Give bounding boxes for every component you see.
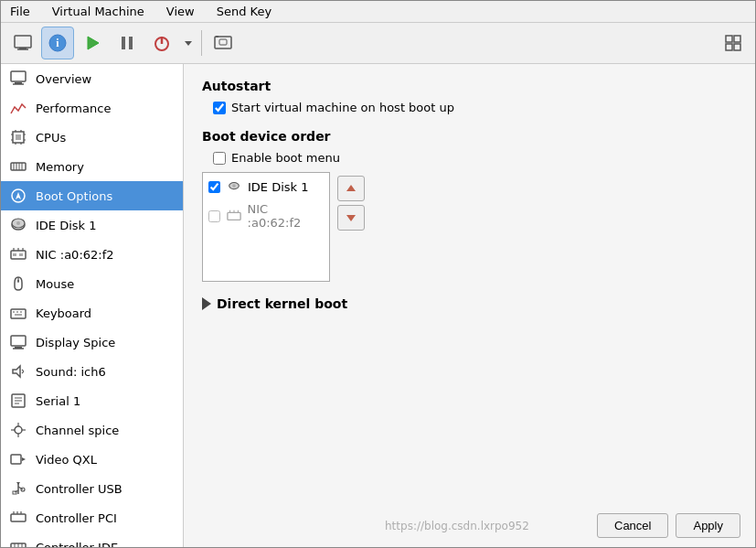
cpu-icon — [8, 127, 28, 147]
svg-rect-31 — [11, 163, 26, 170]
boot-nic-icon — [226, 208, 242, 224]
sidebar-label-serial-1: Serial 1 — [36, 394, 80, 408]
svg-rect-22 — [16, 134, 21, 140]
enable-boot-menu-row: Enable boot menu — [213, 151, 737, 165]
sidebar-label-controller-pci: Controller PCI — [36, 511, 117, 525]
boot-down-arrow[interactable] — [337, 205, 365, 231]
main-content: Overview Performance CPUs — [1, 64, 755, 547]
down-arrow-icon — [345, 211, 357, 224]
sidebar-item-channel-spice[interactable]: Channel spice — [1, 415, 183, 445]
sidebar-label-display-spice: Display Spice — [36, 336, 115, 349]
autostart-section: Autostart Start virtual machine on host … — [202, 79, 737, 114]
svg-rect-53 — [11, 336, 26, 346]
cancel-button[interactable]: Cancel — [597, 513, 668, 538]
toolbar-separator — [201, 30, 202, 56]
sidebar-item-display-spice[interactable]: Display Spice — [1, 328, 183, 357]
expand-triangle-icon — [202, 297, 211, 310]
sidebar-item-controller-usb[interactable]: Controller USB — [1, 474, 183, 503]
overview-icon — [8, 69, 28, 89]
sidebar-label-mouse: Mouse — [36, 277, 74, 291]
toolbar-stop-dropdown[interactable] — [180, 27, 197, 59]
svg-rect-6 — [122, 37, 125, 49]
sidebar-label-ide-disk-1: IDE Disk 1 — [36, 219, 97, 232]
mouse-icon — [8, 274, 28, 294]
sidebar-item-controller-ide[interactable]: Controller IDE — [1, 532, 183, 547]
boot-ide-checkbox[interactable] — [208, 181, 220, 193]
sidebar-label-cpus: CPUs — [36, 131, 66, 145]
menu-virtual-machine[interactable]: Virtual Machine — [47, 3, 150, 20]
channel-icon — [8, 420, 28, 440]
video-icon — [8, 449, 28, 469]
apply-button[interactable]: Apply — [676, 513, 740, 538]
enable-boot-menu-label: Enable boot menu — [231, 151, 340, 165]
svg-rect-73 — [13, 491, 16, 494]
svg-rect-74 — [11, 514, 26, 521]
sidebar-item-overview[interactable]: Overview — [1, 64, 183, 93]
toolbar-stop-btn[interactable] — [145, 27, 178, 59]
power-icon — [152, 33, 172, 53]
svg-point-61 — [15, 426, 22, 434]
svg-marker-10 — [185, 41, 192, 46]
sidebar-item-keyboard[interactable]: Keyboard — [1, 298, 183, 328]
svg-marker-5 — [88, 37, 99, 49]
sidebar-item-ide-disk-1[interactable]: IDE Disk 1 — [1, 210, 183, 240]
sidebar-label-sound-ich6: Sound: ich6 — [36, 365, 106, 379]
run-icon — [82, 33, 102, 53]
toolbar-fullscreen-btn[interactable] — [717, 27, 750, 59]
sidebar-item-controller-pci[interactable]: Controller PCI — [1, 503, 183, 532]
boot-ide-label: IDE Disk 1 — [248, 180, 309, 194]
sidebar-item-cpus[interactable]: CPUs — [1, 123, 183, 152]
sidebar-item-performance[interactable]: Performance — [1, 93, 183, 123]
menu-file[interactable]: File — [5, 3, 36, 20]
boot-device-section: Boot device order Enable boot menu IDE — [202, 129, 737, 282]
toolbar-pause-btn[interactable] — [111, 27, 144, 59]
svg-rect-48 — [11, 309, 26, 318]
boot-up-arrow[interactable] — [337, 176, 365, 201]
boot-arrows — [337, 172, 365, 282]
toolbar-overview-btn[interactable] — [6, 27, 39, 59]
menu-view[interactable]: View — [161, 3, 200, 20]
sidebar-item-boot-options[interactable]: Boot Options — [1, 181, 183, 210]
direct-kernel-boot-section[interactable]: Direct kernel boot — [202, 296, 737, 311]
boot-list-item-nic: NIC :a0:62:f2 — [205, 199, 327, 233]
svg-point-39 — [16, 221, 20, 225]
boot-device-order-title: Boot device order — [202, 129, 737, 144]
sidebar-item-memory[interactable]: Memory — [1, 152, 183, 181]
boot-disk-icon — [226, 178, 242, 195]
sidebar-label-video-qxl: Video QXL — [36, 453, 97, 467]
svg-rect-7 — [129, 37, 133, 49]
bottom-bar: Cancel Apply — [597, 513, 740, 538]
sound-icon — [8, 361, 28, 381]
toolbar-run-btn[interactable] — [76, 27, 109, 59]
sidebar-item-mouse[interactable]: Mouse — [1, 269, 183, 298]
toolbar: i — [1, 23, 755, 64]
autostart-label: Start virtual machine on host boot up — [231, 101, 454, 114]
sidebar-label-performance: Performance — [36, 102, 111, 115]
sidebar-item-sound-ich6[interactable]: Sound: ich6 — [1, 357, 183, 386]
memory-icon — [8, 156, 28, 177]
pci-icon — [8, 508, 28, 528]
boot-nic-checkbox[interactable] — [208, 210, 220, 222]
menu-send-key[interactable]: Send Key — [211, 3, 277, 20]
autostart-checkbox[interactable] — [213, 102, 226, 114]
screenshot-icon — [213, 33, 233, 53]
enable-boot-menu-checkbox[interactable] — [213, 152, 226, 165]
sidebar-item-serial-1[interactable]: Serial 1 — [1, 386, 183, 415]
sidebar-label-nic: NIC :a0:62:f2 — [36, 248, 114, 262]
watermark: https://blog.csdn.lxrpo952 — [385, 520, 529, 532]
up-arrow-icon — [345, 182, 357, 195]
pause-icon — [117, 33, 137, 53]
serial-icon — [8, 391, 28, 411]
sidebar-label-overview: Overview — [36, 72, 91, 86]
toolbar-screenshot-btn[interactable] — [207, 27, 240, 59]
svg-marker-91 — [346, 185, 356, 191]
sidebar-item-nic[interactable]: NIC :a0:62:f2 — [1, 240, 183, 269]
menubar: File Virtual Machine View Send Key — [1, 1, 755, 23]
boot-list-container: IDE Disk 1 NIC :a0:62:f2 — [202, 172, 737, 282]
sidebar-item-video-qxl[interactable]: Video QXL — [1, 445, 183, 474]
svg-rect-17 — [734, 44, 740, 50]
svg-marker-56 — [13, 366, 20, 377]
svg-rect-87 — [228, 212, 240, 220]
toolbar-info-btn[interactable]: i — [41, 27, 74, 59]
info-icon: i — [48, 33, 68, 53]
